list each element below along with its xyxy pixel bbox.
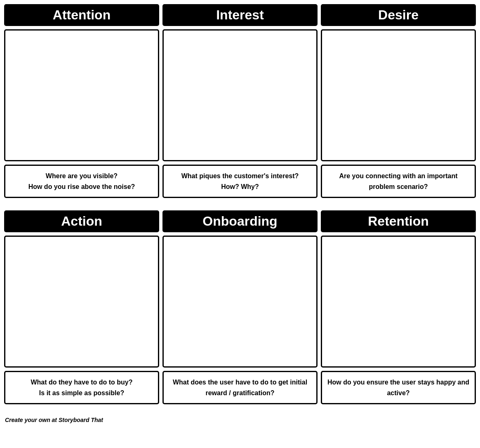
retention-prompt-1: How do you ensure the user stays happy a… [327, 379, 469, 396]
retention-text: How do you ensure the user stays happy a… [321, 371, 476, 404]
retention-column: Retention How do you ensure the user sta… [321, 210, 476, 404]
action-text: What do they have to do to buy? Is it as… [4, 371, 159, 404]
attention-text: Where are you visible? How do you rise a… [4, 165, 159, 198]
action-column: Action What do they have to do to buy? I… [4, 210, 159, 404]
desire-prompt-1: Are you connecting with an important pro… [339, 172, 457, 190]
onboarding-prompt-1: What does the user have to do to get ini… [173, 379, 307, 396]
interest-image [162, 29, 318, 161]
desire-image [321, 29, 476, 161]
action-image [4, 236, 159, 368]
interest-header: Interest [162, 4, 318, 26]
bottom-section: Action What do they have to do to buy? I… [4, 210, 476, 404]
interest-text: What piques the customer's interest? How… [162, 165, 318, 198]
attention-image [4, 29, 159, 161]
desire-header: Desire [321, 4, 476, 26]
attention-column: Attention Where are you visible? How do … [4, 4, 159, 198]
footer: Create your own at Storyboard That [4, 417, 476, 423]
top-section: Attention Where are you visible? How do … [4, 4, 476, 198]
interest-prompt-2: How? Why? [221, 183, 259, 190]
onboarding-column: Onboarding What does the user have to do… [162, 210, 318, 404]
retention-image [321, 236, 476, 368]
desire-column: Desire Are you connecting with an import… [321, 4, 476, 198]
onboarding-text: What does the user have to do to get ini… [162, 371, 318, 404]
attention-header: Attention [4, 4, 159, 26]
action-header: Action [4, 210, 159, 232]
onboarding-header: Onboarding [162, 210, 318, 232]
attention-prompt-2: How do you rise above the noise? [28, 183, 135, 190]
retention-header: Retention [321, 210, 476, 232]
action-prompt-2: Is it as simple as possible? [39, 389, 124, 396]
onboarding-image [162, 236, 318, 368]
desire-text: Are you connecting with an important pro… [321, 165, 476, 198]
attention-prompt-1: Where are you visible? [46, 172, 118, 179]
action-prompt-1: What do they have to do to buy? [31, 379, 132, 386]
interest-prompt-1: What piques the customer's interest? [181, 172, 299, 179]
interest-column: Interest What piques the customer's inte… [162, 4, 318, 198]
